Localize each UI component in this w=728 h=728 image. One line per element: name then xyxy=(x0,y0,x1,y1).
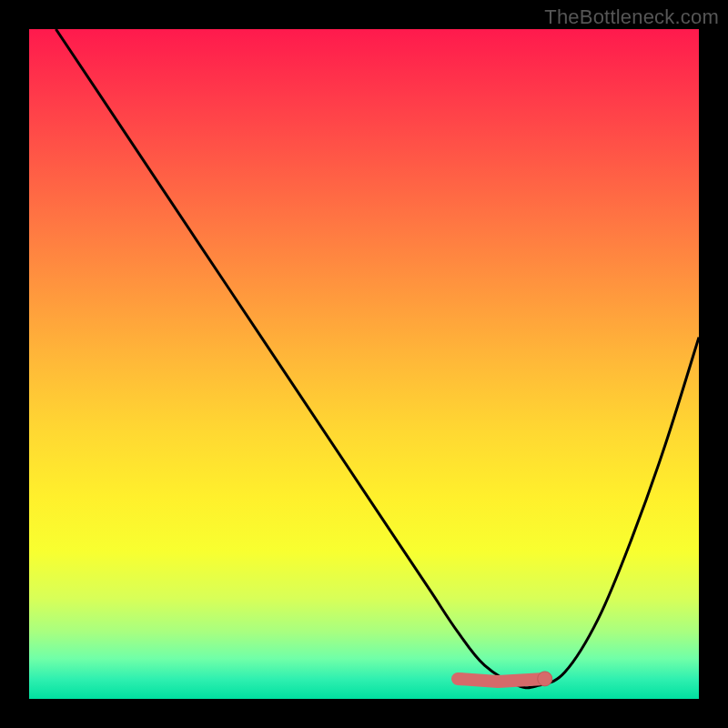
bottleneck-curve xyxy=(56,29,699,688)
flat-region-end-dot xyxy=(538,672,552,686)
plot-area xyxy=(29,29,699,699)
chart-frame: TheBottleneck.com xyxy=(0,0,728,728)
bottleneck-curve-path xyxy=(56,29,699,688)
flat-region-markers xyxy=(458,672,552,686)
watermark-text: TheBottleneck.com xyxy=(544,5,719,29)
flat-region-line xyxy=(458,679,545,682)
curve-layer xyxy=(29,29,699,699)
